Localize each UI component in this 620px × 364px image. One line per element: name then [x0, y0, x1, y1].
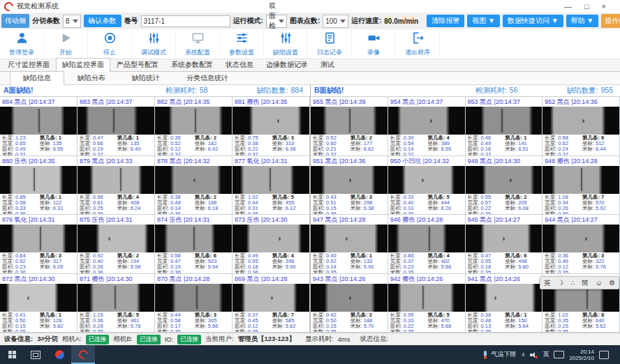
defect-cell[interactable]: 874 压伤 |20:14:31长度:0.58第几条:6宽度:0.47坐标:50… [155, 215, 232, 274]
notification-icon[interactable] [599, 351, 609, 359]
subtab-分类信息统计[interactable]: 分类信息统计 [173, 71, 242, 84]
subtab-缺陷统计[interactable]: 缺陷统计 [119, 71, 173, 84]
defect-cell[interactable]: 870 黑点 |20:14:28长度:0.44第几条:3宽度:0.58坐标:30… [155, 274, 232, 333]
defect-thumbnail[interactable] [0, 225, 77, 252]
defect-thumbnail[interactable] [388, 107, 465, 135]
slit-count-select[interactable]: 8 [63, 15, 81, 28]
taskbar-app-button[interactable] [47, 345, 71, 364]
defect-cell[interactable]: 952 黑点 |20:14:36长度:0.58第几条:6宽度:0.62坐标:51… [542, 97, 620, 156]
toolbar-button-monitor[interactable]: 系统配置 [176, 29, 220, 59]
defect-thumbnail[interactable] [78, 284, 154, 312]
defect-cell[interactable]: 877 氧化 |20:14:31长度:1.02第几条:5宽度:0.44坐标:45… [232, 156, 310, 215]
taskbar-active-app-button[interactable] [71, 345, 95, 364]
defect-thumbnail[interactable] [466, 284, 542, 312]
defect-thumbnail[interactable] [232, 107, 309, 135]
defect-cell[interactable]: 950 小凹坑 |20:14:32长度:0.33第几条:5宽度:0.40坐标:4… [388, 156, 466, 215]
defect-cell[interactable]: 869 黑点 |20:14:28长度:0.37第几条:7宽度:0.45坐标:58… [232, 274, 310, 333]
tray-expand-chevron[interactable]: ∧ [522, 351, 526, 358]
defect-thumbnail[interactable] [542, 225, 619, 252]
defect-cell[interactable]: 941 黑点 |20:14:26长度:0.38第几条:1宽度:0.48坐标:15… [466, 274, 543, 333]
defect-cell[interactable]: 948 擦伤 |20:14:28长度:1.08第几条:7宽度:0.34坐标:57… [542, 156, 620, 215]
defect-cell[interactable]: 884 黑点 |20:14:37长度:1.23第几条:1宽度:0.65坐标:13… [0, 97, 78, 156]
defect-cell[interactable]: 947 黑点 |20:14:28长度:0.40第几条:1宽度:0.52坐标:13… [311, 215, 388, 274]
defect-thumbnail[interactable] [232, 284, 309, 312]
defect-thumbnail[interactable] [311, 166, 388, 194]
ime-emoji-icon[interactable]: ☺ [595, 278, 602, 288]
defect-thumbnail[interactable] [466, 107, 542, 135]
defect-thumbnail[interactable] [155, 284, 232, 312]
toolbar-button-debug[interactable]: 调试模式 [132, 29, 176, 59]
run-mode-select[interactable]: 双面检测 [266, 15, 287, 28]
defect-cell[interactable]: 881 擦伤 |20:14:35长度:0.75第几条:3宽度:0.38坐标:31… [232, 97, 310, 156]
toolbar-button-defect-settings[interactable]: 缺陷设置 [264, 29, 308, 59]
toolbar-button-log[interactable]: 日志记录 [308, 29, 352, 59]
tab-缺陷监控界面[interactable]: 缺陷监控界面 [56, 58, 110, 72]
maximize-button[interactable]: □ [584, 1, 589, 12]
defect-cell[interactable]: 878 黑点 |20:14:32长度:0.38第几条:2宽度:0.48坐标:18… [155, 156, 232, 215]
ime-language-indicator[interactable]: 英 [542, 350, 549, 359]
defect-cell[interactable]: 954 黑点 |20:14:37长度:0.39第几条:4宽度:0.54坐标:38… [388, 97, 466, 156]
defect-cell[interactable]: 882 黑点 |20:14:35长度:0.35第几条:2宽度:0.52坐标:18… [155, 97, 232, 156]
weather-thermometer-icon[interactable] [484, 351, 487, 359]
defect-thumbnail[interactable] [388, 284, 465, 312]
defect-thumbnail[interactable] [78, 107, 154, 135]
defect-cell[interactable]: 880 压伤 |20:14:35长度:0.85第几条:1宽度:0.58坐标:12… [0, 156, 78, 215]
ime-dots-icon[interactable]: ∴ [570, 278, 575, 288]
defect-cell[interactable]: 872 黑点 |20:14:30长度:0.41第几条:1宽度:0.50坐标:12… [0, 274, 78, 333]
defect-cell[interactable]: 871 擦伤 |20:14:30长度:1.15第几条:5宽度:0.36坐标:46… [78, 274, 155, 333]
defect-thumbnail[interactable] [311, 225, 388, 252]
defect-thumbnail[interactable] [232, 225, 309, 252]
subtab-缺陷信息[interactable]: 缺陷信息 [10, 71, 64, 85]
defect-thumbnail[interactable] [466, 225, 542, 252]
close-button[interactable]: × [602, 1, 606, 12]
view-menu-button[interactable]: 视图 ▼ [467, 15, 500, 27]
defect-thumbnail[interactable] [542, 107, 619, 135]
volume-icon[interactable] [530, 351, 538, 358]
ime-settings-gear-icon[interactable]: ⚙ [609, 278, 615, 288]
defect-thumbnail[interactable] [388, 225, 465, 252]
toolbar-button-exit[interactable]: 退出程序 [396, 29, 440, 59]
defect-thumbnail[interactable] [388, 166, 465, 194]
defect-cell[interactable]: 942 擦伤 |20:14:26长度:0.95第几条:5宽度:0.33坐标:47… [388, 274, 466, 333]
toolbar-button-play[interactable]: 开始 [44, 29, 88, 59]
help-menu-button[interactable]: 帮助 ▼ [566, 15, 599, 27]
tab-测试[interactable]: 测试 [314, 58, 341, 71]
defect-thumbnail[interactable] [0, 166, 77, 194]
toolbar-button-camera[interactable]: 录像 [352, 29, 396, 59]
ime-simplified-mode[interactable]: 简 [582, 278, 589, 288]
drive-side-button[interactable]: 传动侧 [1, 14, 29, 28]
defect-cell[interactable]: 951 黑点 |20:14:36长度:0.43第几条:3宽度:0.51坐标:29… [311, 156, 388, 215]
operator-side-button[interactable]: 操作侧 [601, 14, 620, 28]
weather-text[interactable]: 气温下降 [492, 350, 517, 359]
defect-cell[interactable]: 873 压伤 |20:14:30长度:0.49第几条:4宽度:0.55坐标:39… [232, 215, 310, 274]
defect-thumbnail[interactable] [542, 166, 619, 194]
defect-thumbnail[interactable] [78, 166, 154, 194]
confirm-count-button[interactable]: 确认条数 [84, 15, 121, 27]
defect-thumbnail[interactable] [0, 284, 77, 312]
toolbar-button-params[interactable]: 参数设置 [220, 29, 264, 59]
minimize-button[interactable]: — [564, 1, 572, 12]
task-view-button[interactable] [24, 345, 47, 364]
defect-thumbnail[interactable] [155, 166, 232, 194]
data-quick-access-menu-button[interactable]: 数据快捷访问 ▼ [503, 15, 563, 27]
defect-thumbnail[interactable] [155, 225, 232, 252]
defect-cell[interactable]: 883 黑点 |20:14:37长度:0.47第几条:1宽度:0.66坐标:13… [78, 97, 155, 156]
defect-thumbnail[interactable] [232, 166, 309, 194]
defect-cell[interactable]: 944 黑点 |20:14:27长度:0.36第几条:3宽度:0.46坐标:32… [542, 215, 620, 274]
defect-cell[interactable]: 949 黑点 |20:14:30长度:0.55第几条:2宽度:0.57坐标:20… [466, 156, 543, 215]
ime-halfwidth-moon-icon[interactable]: ☽ [557, 278, 563, 288]
tab-边缘数据记录[interactable]: 边缘数据记录 [260, 58, 314, 71]
subtab-缺陷分布[interactable]: 缺陷分布 [64, 71, 119, 84]
defect-cell[interactable]: 875 压伤 |20:14:31长度:0.92第几条:2宽度:0.40坐标:19… [78, 215, 155, 274]
toolbar-button-stop[interactable]: 停止 [88, 29, 132, 59]
start-button[interactable] [0, 345, 24, 364]
touch-keyboard-icon[interactable] [554, 351, 564, 358]
defect-cell[interactable]: 879 黑点 |20:14:33长度:0.56第几条:4宽度:0.61坐标:40… [78, 156, 155, 215]
tab-尺寸监控界面[interactable]: 尺寸监控界面 [1, 58, 56, 71]
defect-thumbnail[interactable] [311, 107, 388, 135]
taskbar-clock[interactable]: 20:14 2025/2/10 [569, 349, 594, 361]
chart-points-select[interactable]: 100 [323, 15, 348, 28]
defect-cell[interactable]: 946 擦伤 |20:14:28长度:0.88第几条:4宽度:0.37坐标:40… [388, 215, 466, 274]
defect-cell[interactable]: 943 黑点 |20:14:26长度:0.42第几条:2宽度:0.50坐标:18… [311, 274, 388, 333]
defect-cell[interactable]: 876 氧化 |20:14:31长度:0.64第几条:3宽度:0.52坐标:31… [0, 215, 78, 274]
